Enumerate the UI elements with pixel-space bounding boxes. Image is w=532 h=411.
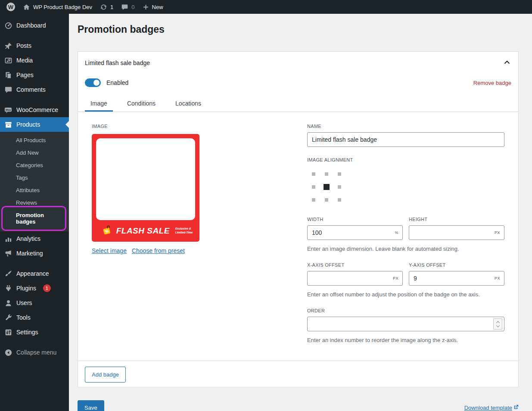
x-offset-unit: PX bbox=[393, 276, 398, 280]
submenu-label: Categories bbox=[16, 162, 43, 168]
name-input[interactable] bbox=[307, 132, 504, 147]
download-template-label: Download template bbox=[464, 405, 512, 411]
alignment-cell-bottom-left[interactable] bbox=[307, 193, 320, 206]
sidebar-item-settings[interactable]: Settings bbox=[0, 325, 69, 339]
wordpress-logo[interactable]: W bbox=[3, 0, 19, 14]
sidebar-item-label: Posts bbox=[16, 42, 31, 49]
menu-separator bbox=[0, 339, 69, 345]
sidebar-item-media[interactable]: Media bbox=[0, 53, 69, 68]
submenu-label: Reviews bbox=[16, 199, 37, 206]
new-label: New bbox=[152, 4, 163, 10]
plug-icon bbox=[4, 284, 12, 293]
width-input[interactable] bbox=[307, 225, 403, 240]
sidebar-item-users[interactable]: Users bbox=[0, 296, 69, 310]
y-offset-field: Y-AXIS OFFSET PX bbox=[409, 262, 504, 286]
toggle-knob bbox=[93, 80, 100, 86]
alignment-dot bbox=[312, 172, 315, 176]
sidebar-item-products[interactable]: Products bbox=[0, 117, 69, 132]
submenu-item-reviews[interactable]: Reviews bbox=[0, 196, 69, 209]
sidebar-item-analytics[interactable]: Analytics bbox=[0, 231, 69, 246]
alignment-cell-middle-right[interactable] bbox=[333, 181, 346, 193]
sidebar-item-marketing[interactable]: Marketing bbox=[0, 246, 69, 261]
alignment-cell-bottom-center[interactable] bbox=[320, 193, 333, 206]
alignment-dot bbox=[338, 172, 341, 176]
page-actions-row: Save Download template bbox=[78, 400, 519, 411]
download-template-link[interactable]: Download template bbox=[464, 405, 519, 411]
badge-card-header: Limited flash sale badge bbox=[78, 52, 518, 67]
sidebar-item-label: Media bbox=[16, 57, 33, 64]
alignment-cell-middle-center[interactable] bbox=[320, 181, 333, 193]
height-input[interactable] bbox=[409, 225, 504, 240]
sidebar-item-woocommerce[interactable]: Woo WooCommerce bbox=[0, 103, 69, 117]
media-icon bbox=[4, 56, 12, 65]
x-offset-label: X-AXIS OFFSET bbox=[307, 262, 403, 268]
y-offset-label: Y-AXIS OFFSET bbox=[409, 262, 504, 268]
dimension-row: WIDTH % HEIGHT PX bbox=[307, 217, 504, 240]
sidebar-item-collapse-menu[interactable]: Collapse menu bbox=[0, 345, 69, 360]
sidebar-item-dashboard[interactable]: Dashboard bbox=[0, 18, 69, 33]
sidebar-item-pages[interactable]: Pages bbox=[0, 68, 69, 82]
sidebar-item-plugins[interactable]: Plugins 1 bbox=[0, 281, 69, 296]
alignment-cell-middle-left[interactable] bbox=[307, 181, 320, 193]
tab-image[interactable]: Image bbox=[85, 96, 113, 112]
sidebar-item-appearance[interactable]: Appearance bbox=[0, 266, 69, 281]
submenu-label: Add New bbox=[16, 149, 39, 156]
name-field: NAME bbox=[307, 124, 504, 147]
sidebar-item-posts[interactable]: Posts bbox=[0, 38, 69, 53]
home-icon bbox=[23, 3, 30, 11]
choose-from-preset-link[interactable]: Choose from preset bbox=[132, 247, 185, 254]
sidebar-item-comments[interactable]: Comments bbox=[0, 82, 69, 97]
image-links-row: Select image Choose from preset bbox=[92, 247, 307, 254]
alignment-cell-top-right[interactable] bbox=[333, 168, 346, 181]
flash-sale-text: FLASH SALE bbox=[116, 226, 170, 236]
sidebar-item-label: Collapse menu bbox=[16, 349, 56, 356]
chevron-up-icon bbox=[504, 59, 510, 66]
dimension-help-text: Enter an image dimension. Leave blank fo… bbox=[307, 246, 504, 252]
add-badge-button[interactable]: Add badge bbox=[85, 367, 126, 383]
submenu-item-categories[interactable]: Categories bbox=[0, 159, 69, 171]
enabled-toggle[interactable] bbox=[85, 78, 101, 87]
alignment-cell-bottom-right[interactable] bbox=[333, 193, 346, 206]
x-offset-input[interactable] bbox=[307, 271, 403, 286]
remove-badge-link[interactable]: Remove badge bbox=[473, 80, 511, 86]
width-unit: % bbox=[395, 230, 398, 235]
badge-image-preview[interactable]: % FLASH SALE Exclusive & Limited-Time bbox=[92, 134, 199, 242]
image-column: IMAGE % FLASH SALE Exclusive & Limited-T… bbox=[92, 124, 307, 343]
site-name-link[interactable]: WP Product Badge Dev bbox=[19, 0, 96, 14]
enable-row: Enabled Remove badge bbox=[78, 67, 518, 87]
price-tag-icon: % bbox=[102, 224, 113, 237]
order-input[interactable] bbox=[307, 317, 504, 331]
tab-conditions[interactable]: Conditions bbox=[121, 96, 161, 112]
y-offset-input[interactable] bbox=[409, 271, 504, 286]
submenu-item-all-products[interactable]: All Products bbox=[0, 134, 69, 146]
page-title: Promotion badges bbox=[78, 24, 519, 35]
pushpin-icon bbox=[4, 41, 12, 50]
submenu-item-attributes[interactable]: Attributes bbox=[0, 184, 69, 196]
submenu-item-tags[interactable]: Tags bbox=[0, 171, 69, 184]
updates-count: 1 bbox=[110, 4, 113, 10]
alignment-cell-top-left[interactable] bbox=[307, 168, 320, 181]
collapse-card-button[interactable] bbox=[503, 59, 511, 67]
alignment-cell-top-center[interactable] bbox=[320, 168, 333, 181]
select-image-link[interactable]: Select image bbox=[92, 247, 127, 254]
sidebar-item-label: Comments bbox=[16, 86, 46, 93]
updates-indicator[interactable]: 1 bbox=[96, 0, 117, 14]
height-field: HEIGHT PX bbox=[409, 217, 504, 240]
sidebar-item-label: Plugins bbox=[16, 285, 36, 292]
sidebar-item-tools[interactable]: Tools bbox=[0, 310, 69, 325]
badge-card-footer: Add badge bbox=[78, 361, 518, 387]
order-field: ORDER Enter an index number to reorder t… bbox=[307, 308, 504, 343]
new-content-button[interactable]: New bbox=[139, 0, 167, 14]
user-icon bbox=[4, 299, 12, 307]
comments-indicator[interactable]: 0 bbox=[117, 0, 138, 14]
tab-locations[interactable]: Locations bbox=[170, 96, 207, 112]
badge-tabs: Image Conditions Locations bbox=[78, 96, 518, 112]
sidebar-item-label: Analytics bbox=[16, 235, 40, 242]
main-content: Promotion badges Limited flash sale badg… bbox=[69, 14, 532, 411]
collapse-arrow-icon bbox=[4, 348, 12, 357]
submenu-item-add-new[interactable]: Add New bbox=[0, 146, 69, 159]
image-tab-panel: IMAGE % FLASH SALE Exclusive & Limited-T… bbox=[78, 112, 518, 361]
submenu-item-promotion-badges[interactable]: Promotion badges bbox=[0, 209, 69, 228]
number-stepper[interactable] bbox=[493, 318, 502, 330]
save-button[interactable]: Save bbox=[78, 400, 104, 411]
